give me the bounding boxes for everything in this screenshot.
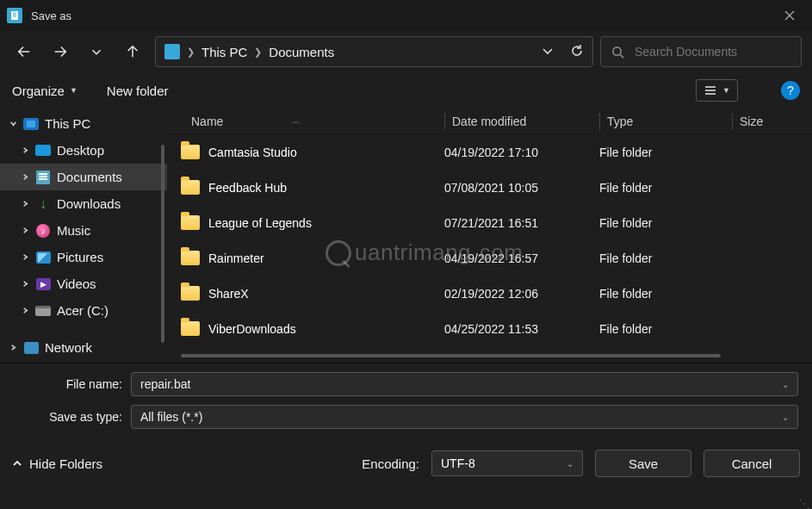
forward-button[interactable] — [52, 38, 69, 65]
toolbar: Organize▼ New folder ▼ ? — [0, 72, 812, 109]
folder-icon — [181, 180, 200, 195]
folder-icon — [181, 286, 200, 301]
chevron-right-icon — [22, 173, 29, 181]
chevron-right-icon — [22, 253, 29, 261]
up-button[interactable] — [124, 38, 141, 65]
network-icon — [24, 342, 39, 354]
close-button[interactable] — [774, 3, 805, 28]
column-name[interactable]: Name︿ — [167, 115, 444, 128]
resize-grip[interactable] — [800, 497, 810, 507]
tree-desktop[interactable]: Desktop — [0, 137, 167, 164]
chevron-down-icon[interactable]: ⌄ — [782, 380, 789, 389]
new-folder-button[interactable]: New folder — [107, 84, 169, 98]
encoding-select[interactable]: UTF-8 ⌄ — [431, 450, 583, 476]
tree-network[interactable]: Network — [0, 334, 167, 361]
navigation-bar: ❯ This PC ❯ Documents Search Documents — [0, 31, 812, 72]
list-view-icon — [704, 84, 717, 97]
filename-label: File name: — [12, 377, 131, 391]
folder-icon — [181, 145, 200, 159]
table-row[interactable]: ViberDownloads04/25/2022 11:53File folde… — [167, 311, 812, 346]
column-size[interactable]: Size — [732, 113, 812, 130]
file-type: File folder — [599, 322, 732, 336]
chevron-down-icon[interactable]: ⌄ — [782, 413, 789, 422]
desktop-icon — [35, 145, 51, 156]
file-date: 04/25/2022 11:53 — [444, 322, 599, 336]
organize-button[interactable]: Organize▼ — [12, 84, 77, 98]
tree-music[interactable]: ♪ Music — [0, 217, 167, 244]
chevron-down-icon — [9, 120, 17, 127]
main-pane: This PC Desktop Documents ↓ Downloads ♪ … — [0, 109, 812, 363]
file-date: 04/19/2022 17:10 — [444, 146, 599, 159]
chevron-up-icon — [12, 458, 22, 469]
monitor-icon — [23, 118, 39, 130]
file-type: File folder — [599, 287, 732, 301]
file-date: 07/08/2021 10:05 — [444, 181, 599, 195]
table-row[interactable]: League of Legends07/21/2021 16:51File fo… — [167, 205, 812, 240]
search-icon — [611, 46, 624, 59]
file-name: Feedback Hub — [208, 181, 287, 195]
save-form: File name: repair.bat ⌄ Save as type: Al… — [0, 363, 812, 429]
folder-icon — [181, 251, 200, 265]
save-button[interactable]: Save — [595, 450, 691, 477]
file-name: League of Legends — [208, 216, 312, 230]
address-bar[interactable]: ❯ This PC ❯ Documents — [155, 36, 593, 67]
search-placeholder: Search Documents — [635, 45, 737, 59]
folder-icon — [181, 215, 200, 230]
file-name: Rainmeter — [208, 251, 264, 265]
view-button[interactable]: ▼ — [696, 79, 738, 102]
music-icon: ♪ — [36, 224, 50, 238]
videos-icon: ▶ — [36, 278, 51, 290]
breadcrumb-root[interactable]: This PC — [201, 45, 247, 59]
sort-asc-icon: ︿ — [292, 115, 301, 127]
svg-point-9 — [613, 47, 621, 54]
table-row[interactable]: Rainmeter04/19/2022 16:57File folder — [167, 240, 812, 276]
file-date: 04/19/2022 16:57 — [444, 251, 599, 265]
horizontal-scrollbar[interactable] — [181, 354, 809, 361]
recent-dropdown[interactable] — [88, 38, 105, 65]
chevron-right-icon — [22, 227, 29, 234]
chevron-down-icon[interactable]: ⌄ — [567, 459, 573, 469]
filename-input[interactable]: repair.bat ⌄ — [131, 372, 798, 396]
filetype-label: Save as type: — [12, 410, 131, 424]
folder-icon — [181, 321, 200, 336]
file-name: ShareX — [208, 287, 249, 301]
cancel-button[interactable]: Cancel — [704, 450, 800, 477]
tree-videos[interactable]: ▶ Videos — [0, 270, 167, 297]
chevron-right-icon: ❯ — [187, 47, 195, 58]
column-date[interactable]: Date modified — [444, 113, 599, 130]
search-input[interactable]: Search Documents — [600, 36, 802, 67]
chevron-right-icon — [22, 307, 29, 314]
chevron-right-icon — [22, 200, 29, 208]
file-name: Camtasia Studio — [208, 146, 297, 159]
table-row[interactable]: ShareX02/19/2022 12:06File folder — [167, 276, 812, 311]
back-button[interactable] — [15, 38, 33, 65]
drive-icon — [35, 306, 51, 316]
filetype-select[interactable]: All files (*.*) ⌄ — [131, 405, 798, 429]
hide-folders-button[interactable]: Hide Folders — [12, 456, 102, 471]
tree-this-pc[interactable]: This PC — [0, 110, 167, 137]
table-row[interactable]: Camtasia Studio04/19/2022 17:10File fold… — [167, 134, 812, 170]
chevron-right-icon — [22, 280, 29, 288]
tree-pictures[interactable]: Pictures — [0, 244, 167, 270]
app-icon — [7, 8, 22, 23]
breadcrumb-current[interactable]: Documents — [269, 45, 334, 59]
column-type[interactable]: Type — [599, 113, 732, 130]
file-date: 02/19/2022 12:06 — [444, 287, 599, 301]
documents-icon — [36, 171, 50, 184]
file-name: ViberDownloads — [208, 322, 296, 336]
column-headers: Name︿ Date modified Type Size — [167, 109, 812, 134]
tree-documents[interactable]: Documents — [0, 164, 167, 190]
title-bar: Save as — [0, 0, 812, 31]
tree-drive-c[interactable]: Acer (C:) — [0, 297, 167, 324]
file-date: 07/21/2021 16:51 — [444, 216, 599, 230]
address-dropdown[interactable] — [541, 44, 555, 60]
help-button[interactable]: ? — [781, 81, 800, 100]
tree-downloads[interactable]: ↓ Downloads — [0, 190, 167, 217]
download-icon: ↓ — [40, 196, 46, 212]
refresh-button[interactable] — [570, 44, 584, 60]
file-type: File folder — [599, 181, 732, 195]
file-type: File folder — [599, 146, 732, 159]
tree-scrollbar[interactable] — [161, 145, 164, 343]
table-row[interactable]: Feedback Hub07/08/2021 10:05File folder — [167, 170, 812, 205]
nav-tree: This PC Desktop Documents ↓ Downloads ♪ … — [0, 109, 167, 363]
